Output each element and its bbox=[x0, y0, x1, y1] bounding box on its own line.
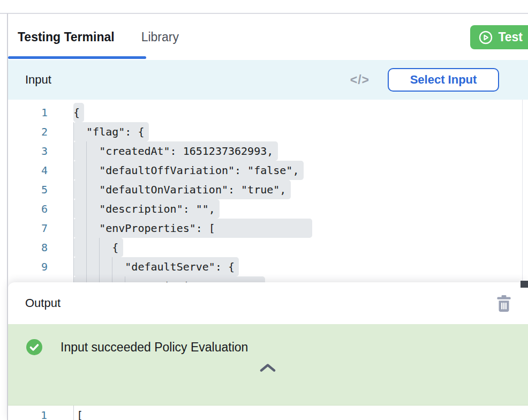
play-circle-icon bbox=[479, 31, 493, 44]
indent-guides bbox=[73, 180, 99, 199]
line-number: 4 bbox=[8, 161, 48, 180]
code-text: "description": "", bbox=[73, 199, 220, 219]
indent-guides bbox=[73, 219, 99, 238]
tab-testing-terminal[interactable]: Testing Terminal bbox=[18, 30, 115, 44]
select-input-button[interactable]: Select Input bbox=[388, 68, 499, 92]
scrollbar-thumb[interactable] bbox=[521, 281, 528, 288]
line-number: 1 bbox=[8, 103, 48, 122]
success-message: Input succeeded Policy Evaluation bbox=[61, 340, 248, 355]
input-panel-title: Input bbox=[25, 73, 51, 87]
line-number: 8 bbox=[8, 238, 48, 257]
line-number: 7 bbox=[8, 219, 48, 238]
output-panel-header: Output bbox=[7, 282, 528, 324]
code-line[interactable]: 2"flag": { bbox=[8, 122, 528, 141]
code-icon[interactable]: </> bbox=[350, 73, 369, 87]
success-banner: Input succeeded Policy Evaluation bbox=[7, 324, 528, 406]
indent-guides bbox=[73, 257, 125, 276]
code-line[interactable]: 9"defaultServe": { bbox=[8, 257, 528, 276]
line-number: 3 bbox=[8, 141, 48, 161]
output-panel-title: Output bbox=[25, 296, 61, 310]
check-circle-icon bbox=[26, 339, 42, 355]
code-text: { bbox=[73, 238, 123, 257]
indent-guides bbox=[73, 161, 99, 180]
success-banner-row: Input succeeded Policy Evaluation bbox=[7, 324, 528, 355]
line-number: 5 bbox=[8, 180, 48, 199]
left-divider bbox=[7, 13, 8, 420]
collapse-row bbox=[7, 362, 528, 373]
code-line[interactable]: 4"defaultOffVariation": "false", bbox=[8, 161, 528, 180]
code-text: "createdAt": 1651237362993, bbox=[73, 141, 278, 161]
code-text: "defaultOffVariation": "false", bbox=[73, 161, 304, 180]
top-divider bbox=[0, 13, 528, 14]
test-button-label: Test bbox=[498, 30, 523, 44]
indent-guides bbox=[73, 141, 99, 161]
output-code-editor[interactable]: 1[ bbox=[7, 406, 528, 420]
line-number: 9 bbox=[8, 257, 48, 276]
input-panel-header: Input </> Select Input bbox=[8, 60, 528, 100]
testing-terminal-page: Testing Terminal Library Test Input </> … bbox=[0, 0, 528, 420]
code-line[interactable]: 6"description": "", bbox=[8, 199, 528, 219]
tabs-row: Testing Terminal Library Test bbox=[8, 14, 528, 60]
code-text: "defaultOnVariation": "true", bbox=[73, 180, 291, 199]
code-text: "envProperties": [ bbox=[73, 219, 312, 238]
code-line[interactable]: 8{ bbox=[8, 238, 528, 257]
code-line[interactable]: 1[ bbox=[7, 406, 528, 420]
code-text: { bbox=[73, 103, 84, 122]
line-number: 6 bbox=[8, 199, 48, 219]
indent-guides bbox=[73, 122, 86, 141]
chevron-up-icon[interactable] bbox=[256, 362, 280, 373]
line-number: 2 bbox=[8, 122, 48, 141]
tab-library[interactable]: Library bbox=[141, 30, 179, 44]
test-button[interactable]: Test bbox=[470, 25, 528, 49]
line-number: 1 bbox=[7, 406, 47, 420]
code-text: "defaultServe": { bbox=[73, 257, 239, 276]
indent-guides bbox=[73, 238, 112, 257]
code-text: "flag": { bbox=[73, 122, 149, 141]
indent-guides bbox=[73, 199, 99, 219]
code-line[interactable]: 5"defaultOnVariation": "true", bbox=[8, 180, 528, 199]
code-text: [ bbox=[73, 406, 83, 420]
trash-icon[interactable] bbox=[496, 295, 512, 312]
editor-right-divider bbox=[522, 100, 523, 282]
output-panel: Output Inp bbox=[7, 282, 528, 420]
code-line[interactable]: 3"createdAt": 1651237362993, bbox=[8, 141, 528, 161]
code-line[interactable]: 7"envProperties": [ bbox=[8, 219, 528, 238]
code-line[interactable]: 1{ bbox=[8, 103, 528, 122]
active-tab-underline bbox=[8, 56, 146, 59]
